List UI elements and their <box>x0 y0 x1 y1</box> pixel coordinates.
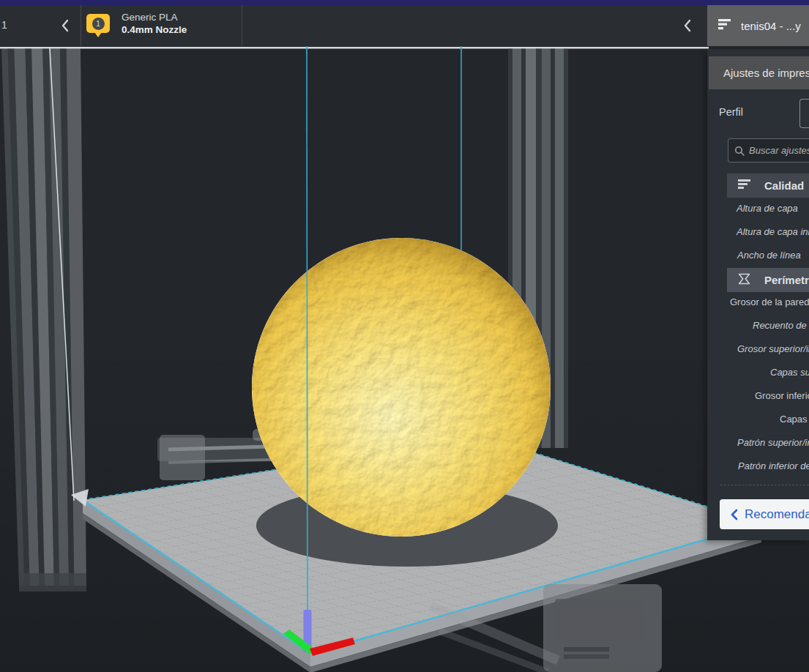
setting-initial-bottom-pattern[interactable]: Patrón inferior de la superficie inicial <box>707 460 809 475</box>
category-walls-label: Perímetro <box>764 274 809 286</box>
panel-header-title: Ajustes de impresión <box>723 67 809 79</box>
stage-tab-title: tenis04 - ...y <box>741 20 801 32</box>
setting-bottom-thickness[interactable]: Grosor inferior <box>707 390 809 405</box>
category-walls[interactable]: Perímetro <box>727 268 809 292</box>
search-placeholder: Buscar ajustes <box>749 145 809 156</box>
setting-wall-line-count[interactable]: Recuento de líneas de pared <box>707 320 809 335</box>
setting-top-layers[interactable]: Capas superiores <box>707 367 809 381</box>
3d-viewport[interactable] <box>0 0 809 672</box>
custom-settings-icon <box>718 18 731 33</box>
category-quality[interactable]: Calidad <box>727 173 809 198</box>
setting-line-width[interactable]: Ancho de línea <box>707 250 809 264</box>
cura-window: 1 1 Generic PLA 0.4mm Nozzle <box>0 0 809 672</box>
chevron-left-icon <box>730 509 738 520</box>
model-sphere[interactable] <box>252 238 551 537</box>
window-top-strip <box>0 0 809 5</box>
recommended-mode-button[interactable]: Recomendado <box>720 499 809 529</box>
nozzle-size: 0.4mm Nozzle <box>122 23 187 36</box>
settings-search-input[interactable]: Buscar ajustes <box>728 138 809 163</box>
material-spool-icon: 1 <box>86 14 110 33</box>
build-volume-front-line <box>307 45 307 650</box>
panel-header: Ajustes de impresión <box>709 56 809 89</box>
setting-bottom-layers[interactable]: Capas inferiores <box>707 414 809 428</box>
category-quality-label: Calidad <box>764 179 804 192</box>
previous-panel-partial-label: 1 <box>1 19 7 31</box>
layers-icon <box>738 179 750 193</box>
collapse-panel-chevron-icon[interactable] <box>682 19 693 32</box>
setting-top-bottom-pattern[interactable]: Patrón superior/inferior <box>707 437 809 452</box>
recommended-mode-label: Recomendado <box>745 507 809 522</box>
printer-top-rail <box>0 47 709 49</box>
print-settings-tab[interactable]: tenis04 - ...y <box>707 5 809 46</box>
material-selector[interactable]: 1 Generic PLA 0.4mm Nozzle <box>86 11 187 36</box>
setting-layer-height[interactable]: Altura de capa <box>707 203 809 217</box>
panel-separator <box>720 485 809 485</box>
topbar-divider-2 <box>242 5 242 46</box>
print-settings-panel: Ajustes de impresión Perfil Buscar ajust… <box>707 49 809 540</box>
profile-dropdown[interactable] <box>799 99 809 128</box>
setting-wall-thickness[interactable]: Grosor de la pared <box>707 296 809 311</box>
collapse-left-chevron-icon[interactable] <box>60 19 70 32</box>
topbar-divider <box>81 5 81 46</box>
profile-label: Perfil <box>719 106 743 118</box>
setting-initial-layer-height[interactable]: Altura de capa inicial <box>707 226 809 241</box>
extruder-number-badge: 1 <box>92 18 105 30</box>
shell-icon <box>738 273 750 288</box>
top-bar: 1 1 Generic PLA 0.4mm Nozzle <box>0 5 809 46</box>
search-icon <box>734 146 745 156</box>
material-name: Generic PLA <box>122 11 187 23</box>
profile-row: Perfil <box>707 99 809 128</box>
setting-top-bottom-thickness[interactable]: Grosor superior/inferior <box>707 343 809 358</box>
